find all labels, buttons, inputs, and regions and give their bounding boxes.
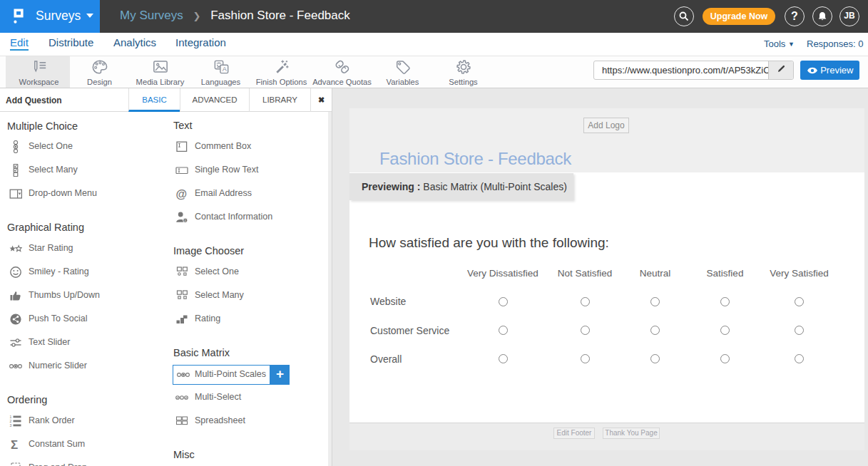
svg-text:Σ: Σ [11, 438, 18, 451]
svg-text:A: A [222, 66, 227, 73]
svg-text:@: @ [176, 188, 188, 200]
svg-text:i: i [185, 218, 185, 222]
svg-text:3: 3 [10, 423, 12, 428]
